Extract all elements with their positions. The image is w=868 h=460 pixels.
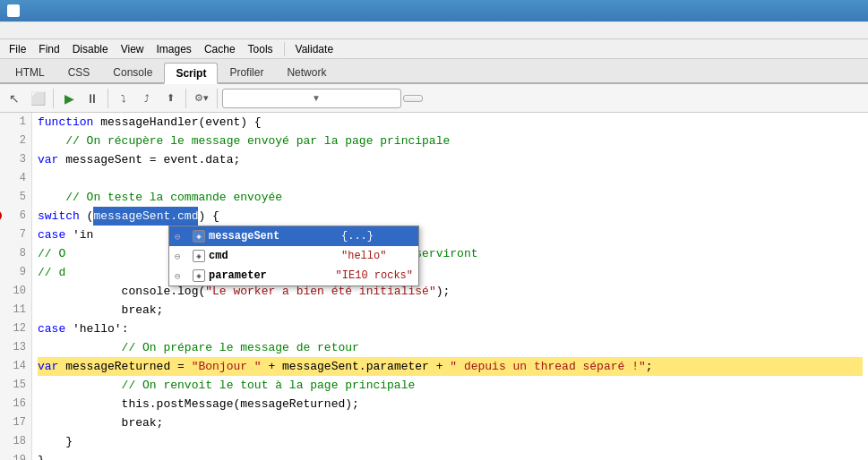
line-number-4: 4 bbox=[5, 169, 26, 188]
ac-item-name: cmd bbox=[209, 250, 332, 262]
menu-item-file[interactable]: File bbox=[4, 41, 31, 57]
pointer-btn[interactable]: ↖ bbox=[4, 88, 25, 109]
line-number-13: 13 bbox=[5, 338, 26, 357]
line-number-9: 9 bbox=[5, 263, 26, 282]
ac-item-value: "IE10 rocks" bbox=[336, 269, 413, 282]
tab-css[interactable]: CSS bbox=[56, 61, 102, 82]
line-number-7: 7 bbox=[5, 226, 26, 244]
line-numbers: 12345678910111213141516171819 bbox=[0, 113, 32, 460]
title-bar bbox=[0, 0, 868, 21]
line-number-3: 3 bbox=[5, 150, 26, 169]
play-btn[interactable]: ▶ bbox=[58, 88, 80, 109]
menu-item-cache[interactable]: Cache bbox=[199, 41, 241, 57]
code-line-14: var messageReturned = "Bonjour " + messa… bbox=[38, 357, 863, 376]
code-line-17: break; bbox=[38, 413, 863, 432]
code-line-2: // On récupère le message envoyé par la … bbox=[38, 132, 863, 150]
code-line-16: this.postMessage(messageReturned); bbox=[38, 395, 863, 413]
dom-explorer-btn[interactable]: ⬜ bbox=[27, 88, 48, 109]
ac-item-value: "hello" bbox=[341, 250, 413, 262]
line-number-5: 5 bbox=[5, 188, 26, 207]
line-number-14: 14 bbox=[5, 357, 26, 376]
ac-icon: ◈ bbox=[193, 269, 205, 282]
step-over-btn[interactable]: ⤴ bbox=[136, 88, 158, 109]
code-line-3: var messageSent = event.data; bbox=[38, 150, 863, 169]
menu-item-view[interactable]: View bbox=[116, 41, 150, 57]
line-number-18: 18 bbox=[5, 432, 26, 451]
file-selector-arrow: ▼ bbox=[312, 93, 397, 103]
step-into-btn[interactable]: ⤵ bbox=[113, 88, 134, 109]
stop-debugging-btn[interactable] bbox=[403, 95, 423, 102]
code-area: 12345678910111213141516171819 function m… bbox=[0, 113, 868, 460]
code-line-6: switch (messageSent.cmd) { bbox=[38, 207, 863, 226]
ac-item-name: parameter bbox=[209, 269, 327, 282]
file-selector[interactable]: ▼ bbox=[222, 89, 401, 108]
tab-html[interactable]: HTML bbox=[4, 61, 56, 82]
menu-bar: FileFindDisableViewImagesCacheToolsValid… bbox=[0, 39, 868, 59]
tab-network[interactable]: Network bbox=[275, 61, 338, 82]
code-line-4 bbox=[38, 169, 863, 188]
menu-item-find[interactable]: Find bbox=[33, 41, 64, 57]
line-number-15: 15 bbox=[5, 376, 26, 395]
menu-item-images[interactable]: Images bbox=[151, 41, 197, 57]
step-out-btn[interactable]: ⬆ bbox=[159, 88, 181, 109]
menu-divider bbox=[284, 42, 285, 56]
code-line-13: // On prépare le message de retour bbox=[38, 338, 863, 357]
tab-bar: HTMLCSSConsoleScriptProfilerNetwork bbox=[0, 59, 868, 84]
ac-indent: ⊖ bbox=[175, 231, 189, 243]
code-line-19: } bbox=[38, 451, 863, 460]
pause-btn[interactable]: ⏸ bbox=[82, 88, 103, 109]
line-number-19: 19 bbox=[5, 451, 26, 460]
line-number-6: 6 bbox=[5, 207, 26, 226]
ac-icon: ◈ bbox=[193, 250, 205, 262]
code-line-12: case 'hello': bbox=[38, 319, 863, 338]
line-number-11: 11 bbox=[5, 301, 26, 319]
code-line-5: // On teste la commande envoyée bbox=[38, 188, 863, 207]
autocomplete-item-cmd[interactable]: ⊖◈cmd"hello" bbox=[169, 246, 418, 266]
menu-item-validate[interactable]: Validate bbox=[290, 41, 339, 57]
autocomplete-item-messageSent[interactable]: ⊖◈messageSent{...} bbox=[169, 226, 418, 246]
tab-profiler[interactable]: Profiler bbox=[218, 61, 275, 82]
menu-item-disable[interactable]: Disable bbox=[67, 41, 114, 57]
tab-console[interactable]: Console bbox=[101, 61, 164, 82]
code-line-18: } bbox=[38, 432, 863, 451]
line-number-17: 17 bbox=[5, 413, 26, 432]
line-number-1: 1 bbox=[5, 113, 26, 132]
code-content: function messageHandler(event) { // On r… bbox=[32, 113, 868, 460]
toolbar-separator-2 bbox=[107, 89, 108, 108]
code-line-1: function messageHandler(event) { bbox=[38, 113, 863, 132]
ac-indent: ⊖ bbox=[175, 270, 189, 282]
toolbar-separator-3 bbox=[185, 89, 186, 108]
toolbar-separator-1 bbox=[53, 89, 54, 108]
browser-mode-bar bbox=[0, 21, 868, 39]
app-icon bbox=[7, 4, 20, 17]
code-line-8: // O e nos objets qui serviront bbox=[38, 244, 863, 263]
toolbar: ↖ ⬜ ▶ ⏸ ⤵ ⤴ ⬆ ⚙▾ ▼ bbox=[0, 84, 868, 113]
line-number-12: 12 bbox=[5, 319, 26, 338]
ac-item-value: {...} bbox=[341, 230, 413, 243]
ac-indent: ⊖ bbox=[175, 251, 189, 262]
code-line-10: console.log("Le worker a bien été initia… bbox=[38, 282, 863, 301]
line-number-8: 8 bbox=[5, 244, 26, 263]
autocomplete-popup: ⊖◈messageSent{...}⊖◈cmd"hello"⊖◈paramete… bbox=[168, 226, 419, 286]
ac-icon: ◈ bbox=[193, 230, 205, 243]
tab-script[interactable]: Script bbox=[164, 63, 218, 84]
menu-item-tools[interactable]: Tools bbox=[243, 41, 279, 57]
code-line-9: // d ndant !) bbox=[38, 263, 863, 282]
line-number-2: 2 bbox=[5, 132, 26, 150]
code-line-7: case 'in bbox=[38, 226, 863, 244]
ac-item-name: messageSent bbox=[209, 230, 332, 243]
code-line-15: // On renvoit le tout à la page principa… bbox=[38, 376, 863, 395]
code-line-11: break; bbox=[38, 301, 863, 319]
toolbar-separator-4 bbox=[217, 89, 218, 108]
line-number-16: 16 bbox=[5, 395, 26, 413]
line-number-10: 10 bbox=[5, 282, 26, 301]
settings-btn[interactable]: ⚙▾ bbox=[191, 88, 212, 109]
autocomplete-item-parameter[interactable]: ⊖◈parameter"IE10 rocks" bbox=[169, 266, 418, 285]
